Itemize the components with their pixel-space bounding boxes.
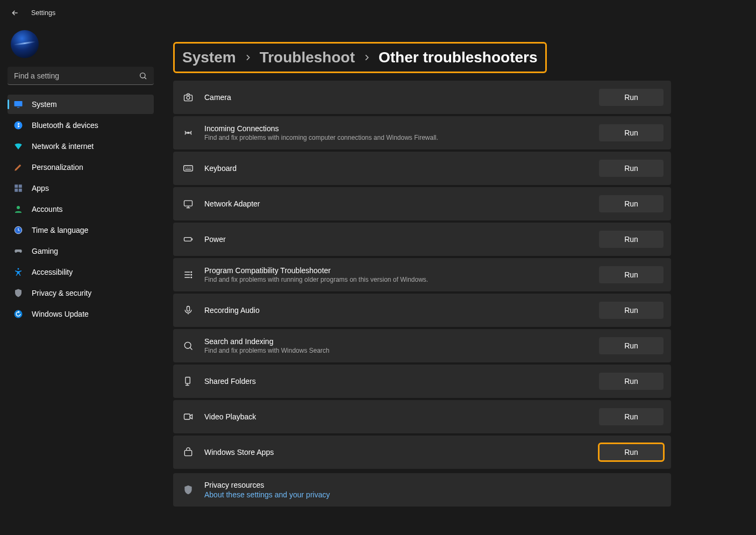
nav-gaming[interactable]: Gaming — [8, 241, 154, 261]
nav-system[interactable]: System — [8, 95, 154, 114]
nav-label: Personalization — [32, 163, 83, 172]
nav-privacy[interactable]: Privacy & security — [8, 283, 154, 303]
signal-icon — [181, 127, 196, 138]
svg-point-3 — [15, 122, 23, 130]
accessibility-icon — [13, 267, 24, 277]
privacy-resources[interactable]: Privacy resources About these settings a… — [173, 473, 671, 507]
svg-rect-22 — [187, 306, 190, 311]
card-title: Incoming Connections — [204, 124, 590, 133]
nav-time-language[interactable]: Time & language — [8, 220, 154, 240]
run-button[interactable]: Run — [599, 89, 664, 106]
card-title: Search and Indexing — [204, 337, 590, 346]
troubleshooter-video-playback[interactable]: Video Playback Run — [173, 400, 671, 433]
run-button[interactable]: Run — [599, 124, 664, 141]
troubleshooter-search-indexing[interactable]: Search and Indexing Find and fix problem… — [173, 329, 671, 362]
card-title: Network Adapter — [204, 199, 590, 208]
run-button[interactable]: Run — [599, 195, 664, 212]
nav-label: Network & internet — [32, 142, 94, 151]
battery-icon — [181, 234, 196, 245]
run-button[interactable]: Run — [599, 231, 664, 248]
run-button[interactable]: Run — [599, 266, 664, 283]
run-button[interactable]: Run — [599, 408, 664, 425]
nav-label: Gaming — [32, 247, 58, 255]
nav-label: Time & language — [32, 226, 88, 234]
card-desc: Find and fix problems with Windows Searc… — [204, 347, 590, 354]
card-desc: Find and fix problems with running older… — [204, 276, 590, 283]
troubleshooter-network-adapter[interactable]: Network Adapter Run — [173, 187, 671, 220]
troubleshooter-camera[interactable]: Camera Run — [173, 81, 671, 114]
nav-list: System Bluetooth & devices Network & int… — [8, 95, 154, 324]
person-icon — [13, 204, 24, 215]
nav-bluetooth[interactable]: Bluetooth & devices — [8, 116, 154, 135]
user-avatar-wrap[interactable] — [8, 28, 154, 67]
chevron-right-icon — [244, 53, 252, 62]
troubleshooter-list: Camera Run Incoming Connections Find and… — [173, 81, 671, 507]
bluetooth-icon — [13, 120, 24, 131]
troubleshooter-power[interactable]: Power Run — [173, 223, 671, 256]
run-button[interactable]: Run — [599, 444, 664, 461]
nav-personalization[interactable]: Personalization — [8, 158, 154, 177]
svg-rect-24 — [186, 377, 190, 384]
svg-rect-6 — [15, 189, 18, 192]
svg-point-8 — [17, 206, 20, 209]
clock-globe-icon — [13, 225, 24, 236]
troubleshooter-incoming-connections[interactable]: Incoming Connections Find and fix proble… — [173, 116, 671, 149]
video-icon — [181, 411, 196, 422]
breadcrumb-system[interactable]: System — [182, 49, 236, 66]
privacy-link[interactable]: About these settings and your privacy — [204, 490, 655, 499]
card-desc: Find and fix problems with incoming comp… — [204, 134, 590, 141]
troubleshooter-recording-audio[interactable]: Recording Audio Run — [173, 294, 671, 327]
svg-point-15 — [188, 132, 189, 134]
store-icon — [181, 447, 196, 458]
nav-accounts[interactable]: Accounts — [8, 199, 154, 219]
svg-rect-2 — [17, 107, 20, 108]
troubleshooter-windows-store-apps[interactable]: Windows Store Apps Run — [173, 436, 671, 469]
nav-label: Windows Update — [32, 310, 89, 318]
troubleshooter-shared-folders[interactable]: Shared Folders Run — [173, 365, 671, 398]
shield-icon — [13, 288, 24, 298]
svg-point-14 — [187, 96, 190, 99]
nav-label: Accounts — [32, 205, 63, 213]
svg-point-19 — [191, 272, 192, 273]
svg-point-23 — [184, 342, 191, 348]
settings-window: Settings System — [0, 0, 756, 535]
breadcrumb: System Troubleshoot Other troubleshooter… — [173, 42, 547, 73]
microphone-icon — [181, 305, 196, 316]
svg-rect-18 — [184, 238, 191, 241]
run-button[interactable]: Run — [599, 337, 664, 354]
apps-icon — [13, 183, 24, 194]
nav-label: Bluetooth & devices — [32, 121, 98, 130]
breadcrumb-troubleshoot[interactable]: Troubleshoot — [260, 49, 355, 66]
card-title: Keyboard — [204, 164, 590, 173]
svg-rect-26 — [184, 451, 191, 456]
run-button[interactable]: Run — [599, 373, 664, 390]
nav-apps[interactable]: Apps — [8, 179, 154, 198]
troubleshooter-program-compatibility[interactable]: Program Compatibility Troubleshooter Fin… — [173, 258, 671, 291]
folder-share-icon — [181, 376, 196, 387]
troubleshooter-keyboard[interactable]: Keyboard Run — [173, 152, 671, 185]
main-content: System Troubleshoot Other troubleshooter… — [161, 23, 729, 535]
card-title: Privacy resources — [204, 481, 655, 489]
svg-rect-16 — [184, 166, 193, 171]
nav-label: Privacy & security — [32, 289, 91, 297]
search-wrap — [8, 67, 154, 85]
svg-rect-5 — [19, 184, 22, 188]
svg-point-11 — [18, 268, 19, 270]
camera-icon — [181, 92, 196, 103]
nav-network[interactable]: Network & internet — [8, 137, 154, 156]
nav-windows-update[interactable]: Windows Update — [8, 304, 154, 324]
keyboard-icon — [181, 163, 196, 174]
card-title: Windows Store Apps — [204, 448, 590, 456]
svg-point-21 — [191, 277, 192, 278]
card-title: Recording Audio — [204, 306, 590, 315]
back-button[interactable] — [11, 9, 22, 17]
nav-accessibility[interactable]: Accessibility — [8, 262, 154, 282]
network-adapter-icon — [181, 198, 196, 209]
svg-rect-17 — [184, 201, 192, 206]
nav-label: Accessibility — [32, 268, 73, 276]
search-input[interactable] — [8, 67, 154, 85]
run-button[interactable]: Run — [599, 302, 664, 319]
run-button[interactable]: Run — [599, 160, 664, 177]
chevron-right-icon — [362, 53, 371, 62]
update-icon — [13, 309, 24, 319]
